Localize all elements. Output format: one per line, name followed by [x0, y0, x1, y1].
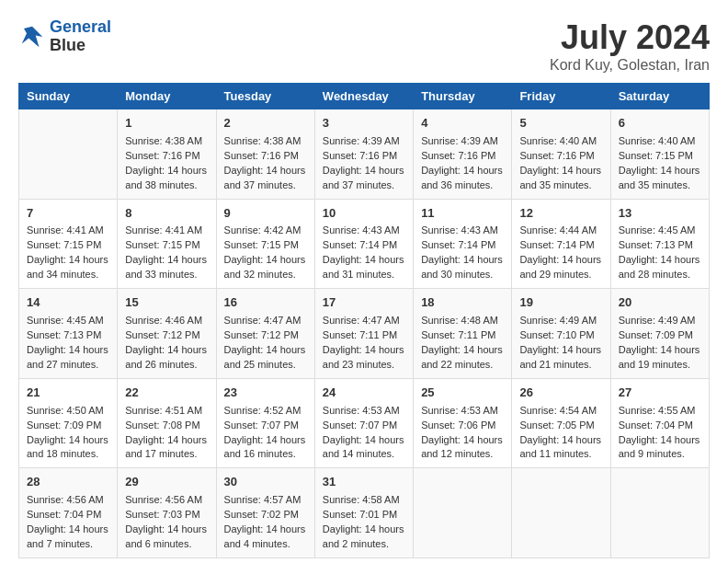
sunset-text: Sunset: 7:12 PM: [224, 329, 299, 340]
sunset-text: Sunset: 7:16 PM: [519, 150, 594, 161]
sunset-text: Sunset: 7:16 PM: [224, 150, 299, 161]
daylight-text: Daylight: 14 hours and 35 minutes.: [619, 165, 700, 190]
daylight-text: Daylight: 14 hours and 22 minutes.: [421, 344, 503, 370]
week-row-1: 1Sunrise: 4:38 AMSunset: 7:16 PMDaylight…: [19, 109, 710, 200]
sunrise-text: Sunrise: 4:42 AM: [224, 224, 301, 236]
sunset-text: Sunset: 7:07 PM: [224, 419, 299, 431]
calendar-cell: 11Sunrise: 4:43 AMSunset: 7:14 PMDayligh…: [414, 199, 512, 289]
calendar-cell: 24Sunrise: 4:53 AMSunset: 7:07 PMDayligh…: [314, 378, 413, 468]
day-number: 29: [125, 474, 208, 491]
header-day-friday: Friday: [512, 84, 610, 109]
calendar-cell: 4Sunrise: 4:39 AMSunset: 7:16 PMDaylight…: [414, 109, 512, 200]
daylight-text: Daylight: 14 hours and 18 minutes.: [27, 434, 108, 460]
sunrise-text: Sunrise: 4:53 AM: [421, 405, 498, 416]
daylight-text: Daylight: 14 hours and 12 minutes.: [421, 434, 503, 460]
header-day-monday: Monday: [118, 84, 216, 109]
day-number: 25: [421, 385, 504, 402]
day-number: 20: [619, 294, 701, 312]
calendar-cell: 10Sunrise: 4:43 AMSunset: 7:14 PMDayligh…: [314, 199, 413, 289]
sunrise-text: Sunrise: 4:40 AM: [619, 135, 696, 146]
daylight-text: Daylight: 14 hours and 26 minutes.: [125, 344, 207, 370]
calendar-body: 1Sunrise: 4:38 AMSunset: 7:16 PMDaylight…: [19, 109, 710, 558]
calendar-cell: [19, 109, 118, 200]
sunrise-text: Sunrise: 4:41 AM: [27, 224, 104, 236]
sunset-text: Sunset: 7:04 PM: [619, 419, 693, 431]
sunrise-text: Sunrise: 4:54 AM: [519, 405, 597, 416]
calendar-cell: 7Sunrise: 4:41 AMSunset: 7:15 PMDaylight…: [19, 199, 118, 289]
day-number: 3: [323, 115, 405, 132]
sunset-text: Sunset: 7:12 PM: [125, 329, 199, 340]
day-number: 13: [619, 205, 701, 223]
calendar-cell: 18Sunrise: 4:48 AMSunset: 7:11 PMDayligh…: [414, 289, 512, 379]
daylight-text: Daylight: 14 hours and 11 minutes.: [519, 434, 601, 460]
calendar-cell: 31Sunrise: 4:58 AMSunset: 7:01 PMDayligh…: [314, 468, 413, 558]
calendar-cell: [610, 468, 709, 558]
daylight-text: Daylight: 14 hours and 21 minutes.: [519, 344, 601, 370]
page-header: General Blue July 2024 Kord Kuy, Golesta…: [18, 18, 710, 74]
calendar-cell: 29Sunrise: 4:56 AMSunset: 7:03 PMDayligh…: [118, 468, 216, 558]
daylight-text: Daylight: 14 hours and 17 minutes.: [125, 434, 207, 460]
sunset-text: Sunset: 7:15 PM: [224, 239, 299, 250]
calendar-cell: 19Sunrise: 4:49 AMSunset: 7:10 PMDayligh…: [512, 289, 610, 379]
sunrise-text: Sunrise: 4:57 AM: [224, 494, 301, 505]
daylight-text: Daylight: 14 hours and 6 minutes.: [125, 523, 207, 549]
daylight-text: Daylight: 14 hours and 4 minutes.: [224, 523, 306, 549]
location-subtitle: Kord Kuy, Golestan, Iran: [550, 57, 710, 74]
calendar-table: SundayMondayTuesdayWednesdayThursdayFrid…: [18, 83, 710, 558]
calendar-cell: 17Sunrise: 4:47 AMSunset: 7:11 PMDayligh…: [314, 289, 413, 379]
day-number: 22: [125, 385, 208, 402]
day-number: 14: [27, 294, 109, 312]
daylight-text: Daylight: 14 hours and 30 minutes.: [421, 254, 503, 280]
day-number: 9: [224, 205, 307, 223]
calendar-cell: 1Sunrise: 4:38 AMSunset: 7:16 PMDaylight…: [118, 109, 216, 200]
sunrise-text: Sunrise: 4:49 AM: [619, 315, 696, 326]
title-area: July 2024 Kord Kuy, Golestan, Iran: [550, 18, 710, 74]
calendar-cell: 26Sunrise: 4:54 AMSunset: 7:05 PMDayligh…: [512, 378, 610, 468]
sunrise-text: Sunrise: 4:56 AM: [125, 494, 202, 505]
sunrise-text: Sunrise: 4:40 AM: [519, 135, 597, 146]
calendar-cell: 8Sunrise: 4:41 AMSunset: 7:15 PMDaylight…: [118, 199, 216, 289]
day-number: 18: [421, 294, 504, 312]
day-number: 8: [125, 205, 208, 223]
sunset-text: Sunset: 7:05 PM: [519, 419, 594, 431]
sunrise-text: Sunrise: 4:45 AM: [27, 315, 104, 326]
sunrise-text: Sunrise: 4:46 AM: [125, 315, 202, 326]
day-number: 27: [619, 385, 701, 402]
sunrise-text: Sunrise: 4:41 AM: [125, 224, 202, 236]
sunset-text: Sunset: 7:07 PM: [323, 419, 397, 431]
day-number: 2: [224, 115, 307, 132]
sunset-text: Sunset: 7:10 PM: [519, 329, 594, 340]
sunrise-text: Sunrise: 4:56 AM: [27, 494, 104, 505]
sunrise-text: Sunrise: 4:44 AM: [519, 224, 597, 236]
day-number: 10: [323, 205, 405, 223]
header-day-tuesday: Tuesday: [216, 84, 314, 109]
day-number: 28: [27, 474, 109, 491]
week-row-4: 21Sunrise: 4:50 AMSunset: 7:09 PMDayligh…: [19, 378, 710, 468]
logo: General Blue: [18, 18, 111, 55]
day-number: 15: [125, 294, 208, 312]
calendar-cell: 22Sunrise: 4:51 AMSunset: 7:08 PMDayligh…: [118, 378, 216, 468]
daylight-text: Daylight: 14 hours and 33 minutes.: [125, 254, 207, 280]
calendar-cell: 3Sunrise: 4:39 AMSunset: 7:16 PMDaylight…: [314, 109, 413, 200]
daylight-text: Daylight: 14 hours and 36 minutes.: [421, 165, 503, 190]
sunset-text: Sunset: 7:16 PM: [421, 150, 495, 161]
calendar-cell: 21Sunrise: 4:50 AMSunset: 7:09 PMDayligh…: [19, 378, 118, 468]
day-number: 17: [323, 294, 405, 312]
week-row-3: 14Sunrise: 4:45 AMSunset: 7:13 PMDayligh…: [19, 289, 710, 379]
calendar-cell: 6Sunrise: 4:40 AMSunset: 7:15 PMDaylight…: [610, 109, 709, 200]
sunset-text: Sunset: 7:16 PM: [125, 150, 199, 161]
sunset-text: Sunset: 7:14 PM: [323, 239, 397, 250]
sunset-text: Sunset: 7:04 PM: [27, 509, 101, 520]
sunrise-text: Sunrise: 4:58 AM: [323, 494, 400, 505]
sunrise-text: Sunrise: 4:43 AM: [323, 224, 400, 236]
calendar-cell: [512, 468, 610, 558]
calendar-cell: 9Sunrise: 4:42 AMSunset: 7:15 PMDaylight…: [216, 199, 314, 289]
day-number: 4: [421, 115, 504, 132]
sunset-text: Sunset: 7:02 PM: [224, 509, 299, 520]
calendar-cell: 28Sunrise: 4:56 AMSunset: 7:04 PMDayligh…: [19, 468, 118, 558]
daylight-text: Daylight: 14 hours and 31 minutes.: [323, 254, 404, 280]
logo-text: General Blue: [50, 18, 111, 55]
calendar-cell: 2Sunrise: 4:38 AMSunset: 7:16 PMDaylight…: [216, 109, 314, 200]
sunset-text: Sunset: 7:06 PM: [421, 419, 495, 431]
day-number: 30: [224, 474, 307, 491]
